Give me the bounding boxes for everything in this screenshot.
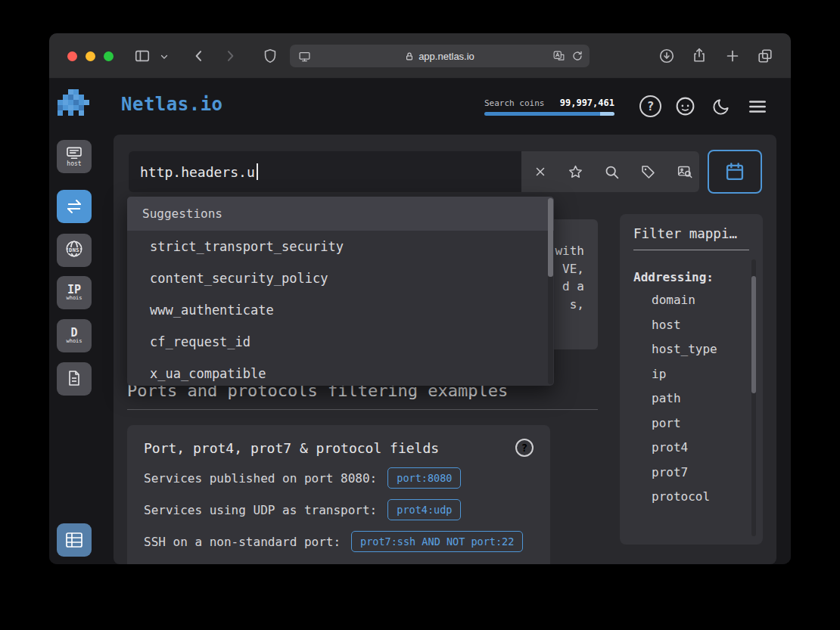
search-query-text: http.headers.u (140, 164, 255, 180)
filter-group-label: Addressing: (633, 270, 749, 284)
filter-field: ip (652, 366, 749, 383)
back-icon[interactable] (191, 48, 207, 64)
sidebar-item-certificates[interactable] (57, 362, 92, 396)
filter-field: host_type (652, 341, 749, 358)
menu-icon[interactable] (746, 95, 768, 117)
search-coins: Search coins 99,997,461 (484, 98, 614, 116)
new-tab-icon[interactable] (724, 48, 741, 64)
theme-toggle-icon[interactable] (710, 95, 732, 117)
app-sidebar: host DNS IP whois D whois (49, 79, 99, 564)
zoom-window-button[interactable] (104, 51, 114, 61)
sidebar-dns-label: DNS (68, 247, 80, 253)
sidebar-host-label: host (67, 161, 81, 167)
dropdown-scrollbar-thumb[interactable] (548, 198, 553, 277)
minimize-window-button[interactable] (86, 51, 95, 61)
example-label: Services using UDP as transport: (144, 503, 377, 517)
filter-field: protocol (652, 489, 749, 506)
example-label: Services published on port 8080: (144, 471, 377, 486)
sidebar-domain-label: D (70, 327, 77, 338)
sidebar-domain-sublabel: whois (66, 339, 82, 344)
image-search-icon[interactable] (677, 164, 693, 180)
translate-icon[interactable] (552, 50, 565, 66)
sidebar-ip-sublabel: whois (66, 296, 82, 301)
dropdown-scrollbar[interactable] (548, 198, 553, 384)
sidebar-item-search-active[interactable] (57, 190, 92, 223)
suggestions-dropdown: Suggestions strict_transport_security co… (127, 197, 554, 386)
query-chip[interactable]: port:8080 (387, 467, 461, 489)
search-input[interactable]: http.headers.u (129, 151, 521, 192)
examples-card-title: Port, prot4, prot7 & protocol fields (144, 440, 439, 456)
reload-icon[interactable] (571, 50, 583, 65)
calendar-button[interactable] (708, 150, 762, 194)
clear-icon[interactable] (534, 165, 547, 178)
coins-progress-bar (484, 112, 614, 116)
sidebar-toggle-icon[interactable] (134, 48, 151, 64)
section-divider (127, 409, 598, 410)
search-icon[interactable] (604, 164, 620, 180)
forward-icon[interactable] (222, 48, 238, 64)
port-examples-card: Port, prot4, prot7 & protocol fields ? S… (127, 425, 550, 564)
card-help-icon[interactable]: ? (515, 439, 534, 457)
address-bar[interactable]: app.netlas.io (290, 45, 590, 67)
filter-field: prot4 (652, 439, 749, 457)
suggestion-item[interactable]: cf_request_id (127, 326, 554, 358)
coins-value: 99,997,461 (560, 98, 614, 108)
example-row: Services using UDP as transport: prot4:u… (144, 499, 534, 520)
filter-panel-scrollbar[interactable] (751, 259, 756, 536)
share-icon[interactable] (691, 47, 708, 64)
filter-mappings-panel: Filter mappi… Addressing: domain host ho… (620, 214, 763, 545)
suggestion-item[interactable]: content_security_policy (127, 262, 554, 294)
favorite-star-icon[interactable] (568, 164, 583, 180)
downloads-icon[interactable] (658, 48, 675, 64)
help-icon[interactable]: ? (639, 95, 661, 117)
example-row: Services published on port 8080: port:80… (144, 467, 534, 489)
sidebar-item-host-responses[interactable]: host (57, 140, 92, 173)
suggestions-header: Suggestions (127, 197, 554, 231)
sidebar-item-dns[interactable]: DNS (57, 234, 92, 267)
browser-toolbar: app.netlas.io (49, 33, 791, 79)
sidebar-ip-label: IP (67, 284, 81, 295)
help-glyph: ? (647, 99, 655, 113)
suggestion-item[interactable]: strict_transport_security (127, 231, 554, 262)
query-chip[interactable]: prot7:ssh AND NOT port:22 (351, 531, 523, 552)
shield-icon[interactable] (262, 48, 278, 64)
query-chip[interactable]: prot4:udp (387, 499, 461, 520)
example-label: SSH on a non-standard port: (144, 535, 341, 549)
example-row: SSH on a non-standard port: prot7:ssh AN… (144, 531, 534, 552)
community-icon[interactable] (674, 95, 696, 117)
suggestion-item[interactable]: www_authenticate (127, 294, 554, 326)
url-text: app.netlas.io (418, 51, 474, 62)
netlas-app: host DNS IP whois D whois (49, 79, 791, 564)
page-appearance-icon[interactable] (298, 50, 311, 66)
text-caret (257, 163, 258, 180)
filter-field: prot7 (652, 464, 749, 482)
browser-window: app.netlas.io (49, 33, 791, 564)
sidebar-item-datasets[interactable] (57, 523, 92, 557)
filter-field: path (652, 390, 749, 408)
suggestion-item[interactable]: x_ua_compatible (127, 358, 554, 386)
lock-icon (405, 51, 414, 61)
sidebar-item-ip-whois[interactable]: IP whois (57, 276, 92, 309)
sidebar-item-domain-whois[interactable]: D whois (57, 319, 92, 352)
tab-overview-icon[interactable] (757, 48, 773, 64)
filter-panel-title: Filter mappi… (633, 226, 749, 250)
netlas-logo-icon[interactable] (58, 89, 91, 123)
close-window-button[interactable] (67, 51, 77, 61)
coins-label: Search coins (484, 98, 544, 108)
filter-field: port (652, 415, 749, 433)
tag-icon[interactable] (640, 164, 656, 180)
chevron-down-icon[interactable] (160, 52, 169, 61)
help-glyph: ? (521, 442, 527, 454)
filter-panel-scrollbar-thumb[interactable] (751, 276, 756, 393)
page-title: Netlas.io (121, 94, 223, 115)
filter-field: host (652, 317, 749, 334)
search-controls (521, 151, 699, 192)
filter-field: domain (652, 292, 749, 309)
